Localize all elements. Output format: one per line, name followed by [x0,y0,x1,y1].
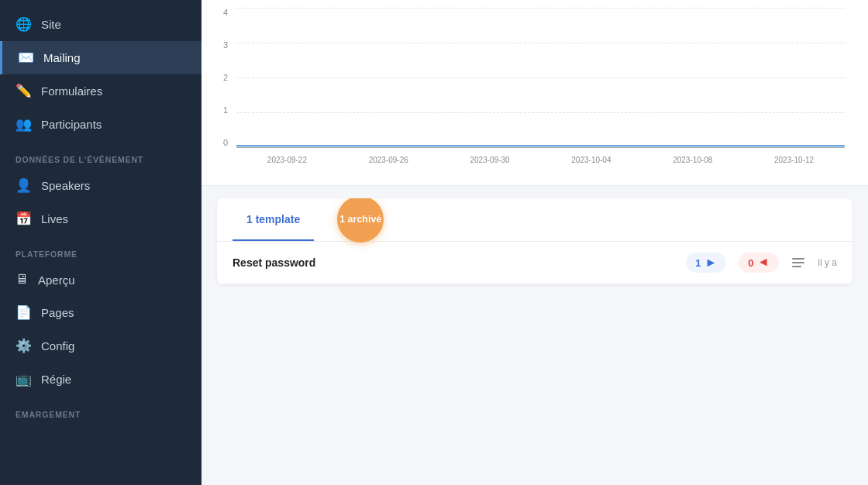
template-name: Reset password [232,256,673,269]
y-label-4: 4 [223,8,228,17]
section-emargement-label: EMARGEMENT [0,396,202,424]
sidebar: 🌐 Site ✉️ Mailing ✏️ Formulaires 👥 Parti… [0,0,202,485]
x-axis: 2023-09-22 2023-09-26 2023-09-30 2023-10… [236,149,845,170]
error-icon: ► [757,256,770,270]
template-tabs: 1 template 1 archivé [217,198,852,242]
grid-line-0 [236,147,845,148]
sidebar-item-regie[interactable]: 📺 Régie [0,363,202,396]
sidebar-label-site: Site [41,18,61,31]
archive-badge-label: 1 archivé [339,214,381,225]
send-arrow-icon: ► [704,256,717,270]
x-label-1: 2023-09-22 [267,156,307,164]
sidebar-label-config: Config [41,339,74,353]
pages-icon: 📄 [16,304,32,321]
x-label-5: 2023-10-08 [673,156,712,164]
sidebar-item-mailing[interactable]: ✉️ Mailing [0,41,202,74]
site-icon: 🌐 [16,16,32,33]
template-section: 1 template 1 archivé Reset password 1 ► [217,198,852,284]
y-label-0: 0 [223,138,228,147]
chart-container: 4 3 2 1 0 2023-09-22 202 [209,8,845,170]
sidebar-item-site[interactable]: 🌐 Site [0,8,202,41]
x-label-6: 2023-10-12 [774,156,814,164]
y-label-1: 1 [223,105,228,115]
error-badge: 0 ► [739,253,779,273]
sidebar-item-apercu[interactable]: 🖥 Aperçu [0,263,202,296]
sent-badge: 1 ► [686,253,726,273]
sidebar-item-formulaires[interactable]: ✏️ Formulaires [0,74,202,108]
sidebar-label-speakers: Speakers [41,179,90,192]
chart-area: 4 3 2 1 0 2023-09-22 202 [202,0,868,186]
y-label-3: 3 [223,40,228,50]
lives-icon: 📅 [16,211,32,227]
template-row: Reset password 1 ► 0 ► il y a [217,242,852,284]
tab-template-label: 1 template [246,213,300,225]
speakers-icon: 👤 [16,177,32,194]
sidebar-label-formulaires: Formulaires [41,84,102,98]
sidebar-item-participants[interactable]: 👥 Participants [0,108,202,141]
chart-line-svg [236,8,845,147]
apercu-icon: 🖥 [16,272,29,287]
tab-archived[interactable]: 1 archivé [314,198,407,241]
x-label-3: 2023-09-30 [470,156,509,164]
y-axis: 4 3 2 1 0 [209,8,232,147]
sidebar-label-regie: Régie [41,373,71,386]
config-icon: ⚙️ [16,338,32,354]
tab-templates[interactable]: 1 template [232,198,314,241]
chart-inner [236,8,845,147]
regie-icon: 📺 [16,371,32,387]
sidebar-item-speakers[interactable]: 👤 Speakers [0,169,202,202]
main-content: 4 3 2 1 0 2023-09-22 202 [202,0,868,485]
sidebar-item-lives[interactable]: 📅 Lives [0,202,202,236]
formulaires-icon: ✏️ [16,83,32,99]
sidebar-item-config[interactable]: ⚙️ Config [0,329,202,363]
y-label-2: 2 [223,73,228,82]
sidebar-item-pages[interactable]: 📄 Pages [0,296,202,329]
sidebar-label-participants: Participants [41,118,102,131]
participants-icon: 👥 [16,116,32,132]
action-menu-icon[interactable] [791,257,805,268]
section-event-label: DONNÉES DE L'ÉVÉNEMENT [0,141,202,169]
sidebar-label-lives: Lives [41,212,68,225]
mailing-icon: ✉️ [18,50,34,66]
error-count: 0 [748,257,753,269]
archive-badge: 1 archivé [337,198,384,242]
sidebar-label-apercu: Aperçu [38,273,75,287]
x-label-2: 2023-09-26 [369,156,408,164]
sidebar-label-mailing: Mailing [43,51,81,64]
sent-count: 1 [695,257,701,269]
sidebar-label-pages: Pages [41,306,74,319]
section-platform-label: PLATEFORME [0,236,202,263]
x-label-4: 2023-10-04 [571,156,611,164]
time-label: il y a [818,257,837,268]
